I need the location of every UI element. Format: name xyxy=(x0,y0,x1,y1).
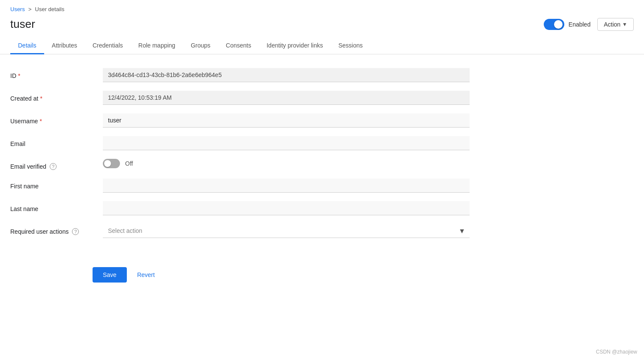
enabled-toggle[interactable] xyxy=(544,19,564,30)
required-actions-help-icon[interactable]: ? xyxy=(72,228,79,235)
email-verified-row: Email verified ? Off xyxy=(10,159,470,170)
details-form: ID * Created at * Username * Email xyxy=(0,54,480,257)
page-header: tuser Enabled Action ▼ xyxy=(0,16,644,38)
created-at-label: Created at * xyxy=(10,91,96,102)
created-at-row: Created at * xyxy=(10,91,470,105)
id-label: ID * xyxy=(10,68,96,79)
email-verified-label: Email verified ? xyxy=(10,159,96,170)
tab-role-mapping[interactable]: Role mapping xyxy=(131,38,183,54)
last-name-field-wrapper xyxy=(103,201,470,215)
header-actions: Enabled Action ▼ xyxy=(544,18,634,31)
created-at-required-star: * xyxy=(40,95,42,102)
tab-sessions[interactable]: Sessions xyxy=(331,38,371,54)
username-label: Username * xyxy=(10,113,96,125)
first-name-row: First name xyxy=(10,179,470,193)
tab-consents[interactable]: Consents xyxy=(218,38,259,54)
id-field-wrapper xyxy=(103,68,470,82)
action-button-label: Action xyxy=(604,21,620,28)
tabs-bar: Details Attributes Credentials Role mapp… xyxy=(0,38,644,54)
page-title: tuser xyxy=(10,18,35,31)
id-row: ID * xyxy=(10,68,470,82)
first-name-label: First name xyxy=(10,179,96,190)
first-name-field-wrapper xyxy=(103,179,470,193)
tab-identity-provider-links[interactable]: Identity provider links xyxy=(259,38,331,54)
required-user-actions-row: Required user actions ? Select action ▼ xyxy=(10,224,470,238)
id-field xyxy=(103,68,470,82)
chevron-down-icon: ▼ xyxy=(622,21,627,27)
breadcrumb-separator: > xyxy=(28,6,32,12)
enabled-toggle-wrapper: Enabled xyxy=(544,19,590,30)
required-user-actions-label: Required user actions ? xyxy=(10,224,96,235)
tab-credentials[interactable]: Credentials xyxy=(85,38,131,54)
email-verified-toggle-row: Off xyxy=(103,159,470,168)
id-required-star: * xyxy=(18,72,20,79)
email-verified-toggle[interactable] xyxy=(103,159,120,168)
enabled-label: Enabled xyxy=(569,21,590,28)
email-label: Email xyxy=(10,136,96,147)
email-verified-toggle-wrapper: Off xyxy=(103,159,470,168)
username-required-star: * xyxy=(40,118,42,125)
breadcrumb-current: User details xyxy=(35,6,65,12)
email-verified-help-icon[interactable]: ? xyxy=(50,163,57,170)
email-row: Email xyxy=(10,136,470,150)
required-user-actions-select[interactable]: Select action xyxy=(103,224,470,238)
username-row: Username * xyxy=(10,113,470,128)
username-field-wrapper xyxy=(103,113,470,128)
breadcrumb-users-link[interactable]: Users xyxy=(10,6,25,12)
email-field-wrapper xyxy=(103,136,470,150)
breadcrumb: Users > User details xyxy=(0,0,644,16)
tab-attributes[interactable]: Attributes xyxy=(44,38,85,54)
username-field[interactable] xyxy=(103,113,470,128)
required-user-actions-select-wrapper: Select action ▼ xyxy=(103,224,470,238)
first-name-field[interactable] xyxy=(103,179,470,193)
created-at-field xyxy=(103,91,470,105)
email-field[interactable] xyxy=(103,136,470,150)
form-actions: Save Revert xyxy=(0,257,644,293)
last-name-label: Last name xyxy=(10,201,96,212)
created-at-field-wrapper xyxy=(103,91,470,105)
action-button[interactable]: Action ▼ xyxy=(597,18,634,31)
last-name-field[interactable] xyxy=(103,201,470,215)
last-name-row: Last name xyxy=(10,201,470,215)
tab-details[interactable]: Details xyxy=(10,38,44,54)
save-button[interactable]: Save xyxy=(93,267,127,283)
revert-button[interactable]: Revert xyxy=(135,267,156,283)
tab-groups[interactable]: Groups xyxy=(183,38,218,54)
email-verified-off-label: Off xyxy=(125,160,133,167)
